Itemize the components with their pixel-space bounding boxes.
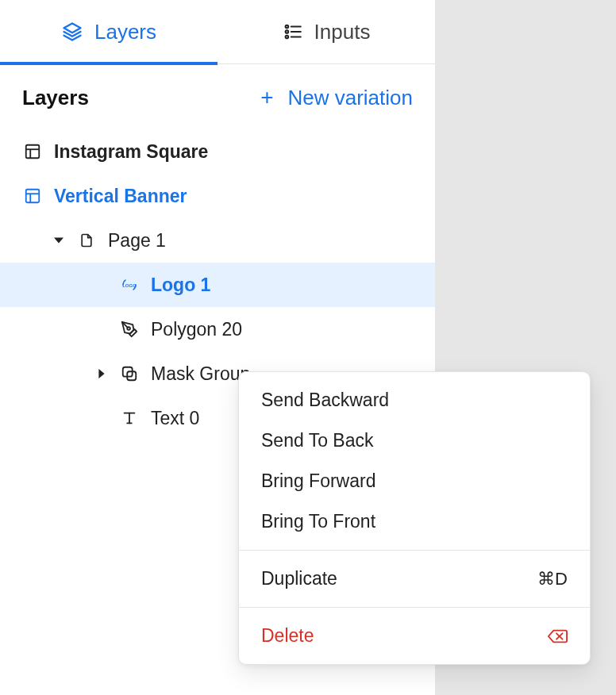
mask-group-icon (119, 365, 140, 382)
menu-delete[interactable]: Delete (239, 616, 590, 656)
menu-send-to-back[interactable]: Send To Back (239, 420, 590, 461)
layer-logo-1[interactable]: LOGO Logo 1 (0, 263, 435, 307)
shortcut-label: ⌘D (537, 569, 568, 589)
section-title: Layers (22, 86, 89, 110)
logo-icon: LOGO (119, 275, 140, 294)
svg-text:LOGO: LOGO (122, 283, 137, 288)
layer-label: Polygon 20 (140, 319, 242, 340)
layer-page-1[interactable]: Page 1 (0, 218, 435, 263)
layer-polygon-20[interactable]: Polygon 20 (0, 307, 435, 351)
tab-inputs[interactable]: Inputs (218, 0, 435, 63)
artboard-vertical-banner[interactable]: Vertical Banner (0, 174, 435, 218)
artboard-icon (22, 187, 43, 205)
menu-bring-to-front[interactable]: Bring To Front (239, 501, 590, 542)
artboard-icon (22, 143, 43, 160)
svg-point-5 (285, 36, 287, 38)
caret-right-icon[interactable] (92, 369, 111, 378)
artboard-instagram-square[interactable]: Instagram Square (0, 129, 435, 174)
layer-label: Vertical Banner (43, 186, 187, 207)
svg-marker-0 (64, 24, 80, 33)
svg-marker-16 (98, 369, 104, 378)
panel-tabs: Layers Inputs (0, 0, 435, 64)
inputs-icon (283, 21, 303, 42)
layer-label: Page 1 (97, 230, 166, 252)
svg-point-15 (127, 327, 130, 330)
tab-layers[interactable]: Layers (0, 0, 218, 63)
active-tab-underline (0, 62, 218, 65)
layer-label: Logo 1 (140, 275, 210, 296)
menu-separator (239, 550, 590, 551)
text-icon (119, 409, 140, 427)
layer-label: Instagram Square (43, 141, 208, 163)
tab-layers-label: Layers (94, 20, 156, 44)
menu-separator (239, 607, 590, 608)
menu-send-backward[interactable]: Send Backward (239, 380, 590, 420)
layer-label: Text 0 (140, 408, 199, 429)
menu-label: Duplicate (261, 568, 337, 589)
layer-label: Mask Group (140, 363, 250, 385)
menu-label: Bring To Front (261, 511, 375, 532)
svg-marker-13 (54, 237, 64, 243)
pen-icon (119, 321, 140, 338)
svg-rect-10 (26, 190, 40, 203)
new-variation-label: New variation (287, 86, 413, 110)
plus-icon: + (260, 85, 273, 110)
menu-duplicate[interactable]: Duplicate ⌘D (239, 559, 590, 599)
svg-point-1 (285, 25, 287, 28)
delete-backspace-icon (547, 628, 568, 644)
menu-label: Send To Back (261, 430, 374, 451)
section-header: Layers + New variation (0, 64, 435, 121)
menu-label: Send Backward (261, 390, 389, 411)
menu-label: Delete (261, 625, 314, 647)
caret-down-icon[interactable] (49, 236, 68, 245)
menu-label: Bring Forward (261, 470, 375, 492)
tab-inputs-label: Inputs (314, 20, 371, 44)
layers-icon (61, 21, 83, 43)
context-menu: Send Backward Send To Back Bring Forward… (238, 371, 591, 665)
svg-point-3 (285, 30, 287, 33)
menu-bring-forward[interactable]: Bring Forward (239, 461, 590, 501)
page-icon (76, 232, 97, 249)
new-variation-button[interactable]: + New variation (260, 85, 413, 110)
svg-rect-7 (26, 145, 40, 159)
layers-panel: Layers Inputs Layers + New variation (0, 0, 435, 695)
